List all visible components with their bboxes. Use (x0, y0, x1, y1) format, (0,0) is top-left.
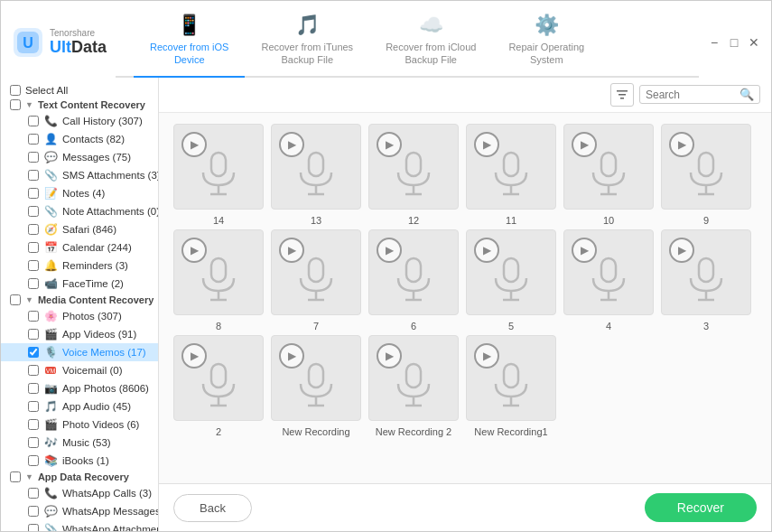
close-button[interactable]: ✕ (748, 36, 760, 49)
back-button[interactable]: Back (173, 494, 252, 522)
grid-thumb-13[interactable]: ▶ (271, 124, 361, 210)
grid-thumb-new-recording[interactable]: ▶ (271, 335, 361, 421)
play-btn-5[interactable]: ▶ (474, 238, 499, 263)
photo-videos-checkbox[interactable] (28, 419, 39, 430)
play-btn-11[interactable]: ▶ (474, 132, 499, 157)
play-btn-14[interactable]: ▶ (181, 132, 207, 157)
grid-thumb-new-recording1[interactable]: ▶ (466, 335, 556, 421)
grid-thumb-10[interactable]: ▶ (563, 124, 654, 210)
play-btn-10[interactable]: ▶ (572, 132, 597, 157)
app-section-checkbox[interactable] (10, 471, 21, 482)
grid-item-5[interactable]: ▶ 5 (466, 229, 556, 331)
app-photos-checkbox[interactable] (28, 383, 39, 394)
sidebar-item-app-audio[interactable]: 🎵 App Audio (45) (1, 397, 158, 415)
grid-item-7[interactable]: ▶ 7 (271, 229, 361, 331)
call-history-checkbox[interactable] (28, 116, 39, 126)
sidebar-item-photos[interactable]: 🌸 Photos (307) (1, 307, 158, 325)
grid-item-10[interactable]: ▶ 10 (563, 124, 654, 226)
play-btn-3[interactable]: ▶ (669, 238, 694, 263)
sidebar-section-app[interactable]: ▼ App Data Recovery (1, 470, 158, 484)
grid-item-2[interactable]: ▶ 2 (173, 335, 264, 437)
tab-icloud[interactable]: ☁️ Recover from iCloudBackup File (369, 8, 492, 76)
play-btn-new-recording1[interactable]: ▶ (474, 343, 499, 369)
grid-thumb-7[interactable]: ▶ (271, 229, 361, 315)
sidebar-item-whatsapp-calls[interactable]: 📞 WhatsApp Calls (3) (1, 484, 158, 502)
note-attach-checkbox[interactable] (28, 206, 39, 217)
facetime-checkbox[interactable] (28, 278, 39, 289)
sidebar-item-facetime[interactable]: 📹 FaceTime (2) (1, 275, 158, 293)
sidebar-item-whatsapp-attachments[interactable]: 📎 WhatsApp Attachments (0) (1, 520, 158, 531)
grid-thumb-2[interactable]: ▶ (173, 335, 264, 421)
sidebar-item-whatsapp-messages[interactable]: 💬 WhatsApp Messages (3) (1, 502, 158, 520)
grid-item-8[interactable]: ▶ 8 (173, 229, 264, 331)
play-btn-new-recording-2[interactable]: ▶ (377, 343, 402, 369)
grid-item-13[interactable]: ▶ 13 (271, 124, 361, 226)
calendar-checkbox[interactable] (28, 242, 39, 253)
safari-checkbox[interactable] (28, 224, 39, 235)
sidebar-item-app-photos[interactable]: 📷 App Photos (8606) (1, 379, 158, 397)
grid-item-new-recording-2[interactable]: ▶ New Recording 2 (368, 335, 459, 437)
whatsapp-msg-checkbox[interactable] (28, 506, 39, 517)
play-btn-6[interactable]: ▶ (377, 238, 402, 263)
grid-item-12[interactable]: ▶ 12 (368, 124, 459, 226)
contacts-checkbox[interactable] (28, 134, 39, 145)
sidebar-item-messages[interactable]: 💬 Messages (75) (1, 148, 158, 166)
play-btn-7[interactable]: ▶ (279, 238, 304, 263)
sidebar-item-voice-memos[interactable]: 🎙️ Voice Memos (17) (1, 343, 158, 361)
play-btn-12[interactable]: ▶ (377, 132, 402, 157)
messages-checkbox[interactable] (28, 152, 39, 163)
app-audio-checkbox[interactable] (28, 401, 39, 412)
whatsapp-attach-checkbox[interactable] (28, 524, 39, 531)
grid-thumb-4[interactable]: ▶ (563, 229, 654, 315)
tab-ios[interactable]: 📱 Recover from iOSDevice (134, 8, 245, 76)
text-section-checkbox[interactable] (10, 99, 21, 110)
select-all-checkbox[interactable] (10, 85, 21, 96)
grid-thumb-14[interactable]: ▶ (173, 124, 264, 210)
sidebar-item-app-videos[interactable]: 🎬 App Videos (91) (1, 325, 158, 343)
play-btn-4[interactable]: ▶ (572, 238, 597, 263)
sidebar-section-text[interactable]: ▼ Text Content Recovery (1, 98, 158, 112)
sidebar-item-photo-videos[interactable]: 🎬 Photo Videos (6) (1, 415, 158, 434)
grid-thumb-5[interactable]: ▶ (466, 229, 556, 315)
sidebar-item-calendar[interactable]: 📅 Calendar (244) (1, 238, 158, 257)
ibooks-checkbox[interactable] (28, 455, 39, 466)
filter-button[interactable] (610, 83, 634, 107)
play-btn-new-recording[interactable]: ▶ (279, 343, 304, 369)
sidebar-section-media[interactable]: ▼ Media Content Recovery (1, 293, 158, 307)
sidebar-select-all[interactable]: Select All (1, 83, 158, 98)
grid-thumb-6[interactable]: ▶ (368, 229, 459, 315)
voicemail-checkbox[interactable] (28, 365, 39, 376)
grid-thumb-8[interactable]: ▶ (173, 229, 264, 315)
tab-repair[interactable]: ⚙️ Repair OperatingSystem (492, 8, 600, 76)
whatsapp-calls-checkbox[interactable] (28, 488, 39, 499)
grid-thumb-new-recording-2[interactable]: ▶ (368, 335, 459, 421)
play-btn-2[interactable]: ▶ (181, 343, 207, 369)
sidebar-item-contacts[interactable]: 👤 Contacts (82) (1, 130, 158, 148)
grid-item-4[interactable]: ▶ 4 (563, 229, 654, 331)
sidebar-item-reminders[interactable]: 🔔 Reminders (3) (1, 257, 158, 275)
music-checkbox[interactable] (28, 437, 39, 448)
sidebar-item-music[interactable]: 🎶 Music (53) (1, 434, 158, 452)
sidebar-item-sms-attachments[interactable]: 📎 SMS Attachments (3) (1, 166, 158, 184)
recover-button[interactable]: Recover (645, 493, 757, 522)
play-btn-9[interactable]: ▶ (669, 132, 694, 157)
grid-thumb-12[interactable]: ▶ (368, 124, 459, 210)
grid-thumb-9[interactable]: ▶ (661, 124, 751, 210)
sidebar-item-notes[interactable]: 📝 Notes (4) (1, 184, 158, 202)
grid-item-6[interactable]: ▶ 6 (368, 229, 459, 331)
sms-checkbox[interactable] (28, 170, 39, 181)
grid-item-9[interactable]: ▶ 9 (661, 124, 751, 226)
minimize-button[interactable]: − (708, 36, 721, 49)
notes-checkbox[interactable] (28, 188, 39, 199)
photos-checkbox[interactable] (28, 311, 39, 322)
play-btn-8[interactable]: ▶ (181, 238, 207, 263)
grid-thumb-3[interactable]: ▶ (661, 229, 751, 315)
search-input[interactable] (646, 89, 736, 101)
voice-memos-checkbox[interactable] (28, 347, 39, 358)
media-section-checkbox[interactable] (10, 294, 21, 305)
sidebar-item-voicemail[interactable]: VM Voicemail (0) (1, 361, 158, 379)
grid-item-new-recording1[interactable]: ▶ New Recording1 (466, 335, 556, 437)
grid-thumb-11[interactable]: ▶ (466, 124, 556, 210)
tab-itunes[interactable]: 🎵 Recover from iTunesBackup File (245, 8, 369, 76)
sidebar-item-note-attachments[interactable]: 📎 Note Attachments (0) (1, 202, 158, 220)
